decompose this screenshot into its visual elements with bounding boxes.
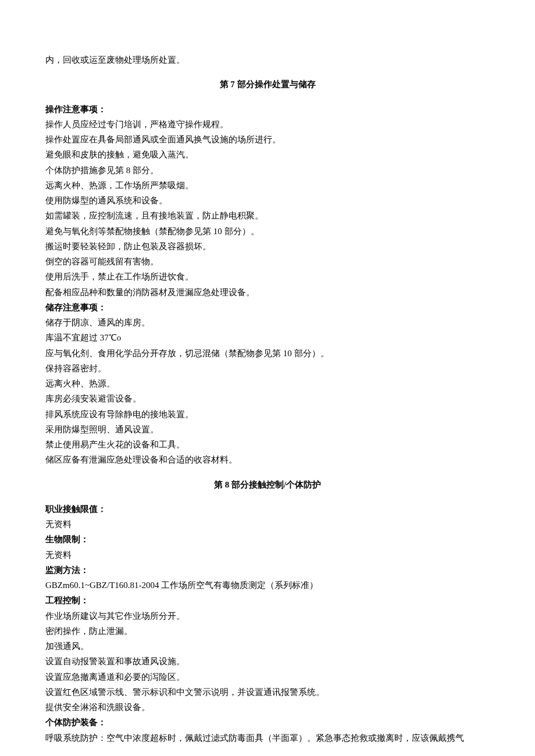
op-line: 避免眼和皮肤的接触，避免吸入蒸汽。: [45, 147, 490, 162]
storage-line: 远离火种、热源。: [45, 376, 490, 391]
section-8-title: 第 8 部分接触控制/个体防护: [45, 477, 490, 492]
eng-line: 密闭操作，防止泄漏。: [45, 624, 490, 639]
bio-limit-label: 生物限制：: [45, 532, 490, 547]
storage-line: 储存于阴凉、通风的库房。: [45, 315, 490, 330]
intro-paragraph: 内，回收或运至废物处理场所处置。: [45, 52, 490, 67]
op-line: 使用后洗手，禁止在工作场所进饮食。: [45, 269, 490, 284]
storage-line: 储区应备有泄漏应急处理设备和合适的收容材料。: [45, 452, 490, 467]
storage-line: 应与氧化剂、食用化学品分开存放，切忌混储（禁配物参见第 10 部分）。: [45, 346, 490, 361]
engineering-control-label: 工程控制：: [45, 593, 490, 608]
op-line: 远离火种、热源，工作场所严禁吸烟。: [45, 178, 490, 193]
monitor-method-label: 监测方法：: [45, 562, 490, 578]
eng-line: 加强通风。: [45, 639, 490, 654]
eng-line: 设置应急撤离通道和必要的泻险区。: [45, 669, 490, 685]
op-line: 配备相应品种和数量的消防器材及泄漏应急处理设备。: [45, 285, 490, 300]
op-line: 操作人员应经过专门培训，严格遵守操作规程。: [45, 117, 490, 132]
op-line: 避免与氧化剂等禁配物接触（禁配物参见第 10 部分）。: [45, 224, 490, 239]
storage-line: 排风系统应设有导除静电的接地装置。: [45, 407, 490, 422]
storage-line: 禁止使用易产生火花的设备和工具。: [45, 437, 490, 452]
storage-line: 库温不宜超过 37℃o: [45, 330, 490, 345]
storage-line: 库房必须安装避雷设备。: [45, 391, 490, 406]
monitor-method-value: GBZm60.1~GBZ/T160.81-2004 工作场所空气有毒物质测定（系…: [45, 578, 490, 593]
op-line: 使用防爆型的通风系统和设备。: [45, 193, 490, 208]
op-line: 操作处置应在具备局部通风或全面通风换气设施的场所进行。: [45, 132, 490, 147]
ppe-label: 个体防护装备：: [45, 715, 490, 730]
eng-line: 设置红色区域警示线、警示标识和中文警示说明，并设置通讯报警系统。: [45, 685, 490, 700]
bio-limit-value: 无资料: [45, 547, 490, 562]
exposure-limit-label: 职业接触限值：: [45, 501, 490, 517]
op-line: 倒空的容器可能残留有害物。: [45, 254, 490, 269]
exposure-limit-value: 无资料: [45, 517, 490, 532]
eng-line: 提供安全淋浴和洗眼设备。: [45, 700, 490, 715]
eng-line: 作业场所建议与其它作业场所分开。: [45, 608, 490, 624]
op-line: 个体防护措施参见第 8 部分。: [45, 163, 490, 178]
storage-line: 采用防爆型照明、通风设置。: [45, 422, 490, 437]
storage-line: 保持容器密封。: [45, 361, 490, 376]
operation-precautions-label: 操作注意事项：: [45, 102, 490, 117]
storage-precautions-label: 储存注意事项：: [45, 300, 490, 315]
eng-line: 设置自动报警装置和事故通风设施。: [45, 654, 490, 669]
op-line: 如需罐装，应控制流速，且有接地装置，防止静电积聚。: [45, 208, 490, 223]
ppe-line: 呼吸系统防护：空气中浓度超标时，佩戴过滤式防毒面具（半面罩）。紧急事态抢救或撤离…: [45, 730, 490, 746]
section-7-title: 第 7 部分操作处置与储存: [45, 77, 490, 92]
op-line: 搬运时要轻装轻卸，防止包装及容器损坏。: [45, 239, 490, 254]
